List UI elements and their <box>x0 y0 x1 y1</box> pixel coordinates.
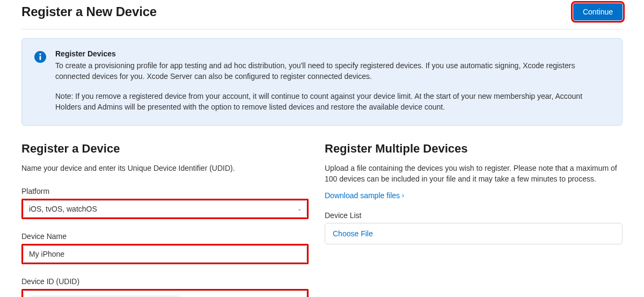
register-single-section: Register a Device Name your device and e… <box>21 142 309 297</box>
register-multiple-title: Register Multiple Devices <box>325 142 623 156</box>
device-name-input[interactable] <box>23 245 307 263</box>
download-sample-link[interactable]: Download sample files › <box>325 191 404 200</box>
info-icon <box>34 50 47 63</box>
device-id-input[interactable] <box>23 291 307 297</box>
register-multiple-section: Register Multiple Devices Upload a file … <box>325 142 623 244</box>
register-single-desc: Name your device and enter its Unique De… <box>21 163 309 174</box>
svg-point-2 <box>39 53 41 55</box>
register-single-title: Register a Device <box>21 142 309 156</box>
svg-rect-1 <box>40 56 41 60</box>
device-name-label: Device Name <box>21 232 309 241</box>
page-header: Register a New Device Continue <box>21 0 623 30</box>
register-multiple-desc: Upload a file containing the devices you… <box>325 163 623 184</box>
page-title: Register a New Device <box>21 4 157 19</box>
platform-select[interactable]: iOS, tvOS, watchOS <box>23 200 307 218</box>
device-id-label: Device ID (UDID) <box>21 277 309 286</box>
info-body-2: Note: If you remove a registered device … <box>55 91 610 113</box>
info-banner: Register Devices To create a provisionin… <box>21 38 623 126</box>
choose-file-button[interactable]: Choose File <box>333 229 373 238</box>
platform-label: Platform <box>21 187 309 195</box>
info-content: Register Devices To create a provisionin… <box>55 49 610 112</box>
chevron-right-icon: › <box>402 192 404 199</box>
info-body-1: To create a provisioning profile for app… <box>55 60 610 82</box>
file-upload-box[interactable]: Choose File <box>325 223 623 244</box>
continue-button[interactable]: Continue <box>573 3 623 20</box>
device-list-label: Device List <box>325 211 623 220</box>
info-heading: Register Devices <box>55 49 610 58</box>
download-sample-label: Download sample files <box>325 191 400 200</box>
